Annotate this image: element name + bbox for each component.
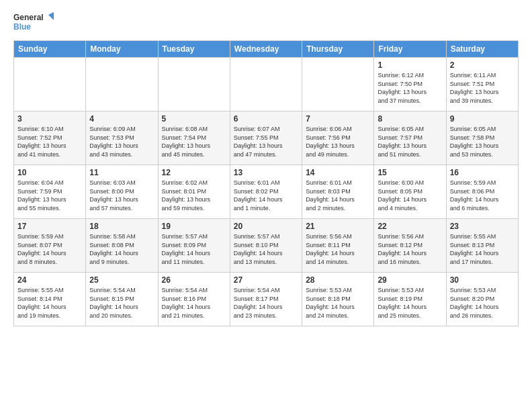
calendar-cell: 29Sunrise: 5:53 AM Sunset: 8:19 PM Dayli… (374, 273, 446, 326)
day-info: Sunrise: 6:12 AM Sunset: 7:50 PM Dayligh… (378, 71, 442, 105)
svg-text:Blue: Blue (13, 22, 31, 32)
calendar-cell: 5Sunrise: 6:08 AM Sunset: 7:54 PM Daylig… (158, 111, 230, 165)
calendar-table: SundayMondayTuesdayWednesdayThursdayFrid… (13, 40, 519, 326)
calendar-week-row: 17Sunrise: 5:59 AM Sunset: 8:07 PM Dayli… (14, 219, 519, 273)
day-number: 19 (162, 222, 226, 231)
day-number: 15 (378, 168, 442, 177)
day-info: Sunrise: 6:01 AM Sunset: 8:02 PM Dayligh… (234, 179, 298, 212)
calendar-cell: 6Sunrise: 6:07 AM Sunset: 7:55 PM Daylig… (230, 111, 302, 165)
calendar-cell (158, 58, 230, 111)
weekday-header-wednesday: Wednesday (230, 41, 302, 58)
calendar-cell: 28Sunrise: 5:53 AM Sunset: 8:18 PM Dayli… (302, 273, 374, 326)
day-info: Sunrise: 6:09 AM Sunset: 7:53 PM Dayligh… (89, 125, 154, 158)
day-info: Sunrise: 5:59 AM Sunset: 8:06 PM Dayligh… (450, 179, 515, 212)
day-info: Sunrise: 6:04 AM Sunset: 7:59 PM Dayligh… (17, 179, 82, 212)
calendar-cell: 15Sunrise: 6:00 AM Sunset: 8:05 PM Dayli… (374, 165, 446, 219)
calendar-cell: 11Sunrise: 6:03 AM Sunset: 8:00 PM Dayli… (86, 165, 158, 219)
day-info: Sunrise: 6:07 AM Sunset: 7:55 PM Dayligh… (234, 125, 298, 158)
calendar-cell (14, 58, 86, 111)
day-number: 3 (17, 114, 82, 124)
calendar-cell: 18Sunrise: 5:58 AM Sunset: 8:08 PM Dayli… (86, 219, 158, 273)
calendar-cell: 12Sunrise: 6:02 AM Sunset: 8:01 PM Dayli… (158, 165, 230, 219)
day-info: Sunrise: 5:56 AM Sunset: 8:11 PM Dayligh… (306, 232, 370, 266)
day-info: Sunrise: 5:55 AM Sunset: 8:13 PM Dayligh… (450, 232, 515, 266)
day-info: Sunrise: 5:53 AM Sunset: 8:19 PM Dayligh… (378, 286, 442, 320)
calendar-cell: 25Sunrise: 5:54 AM Sunset: 8:15 PM Dayli… (86, 273, 158, 326)
day-info: Sunrise: 5:54 AM Sunset: 8:15 PM Dayligh… (89, 286, 154, 320)
day-number: 21 (306, 222, 370, 231)
day-number: 7 (306, 114, 370, 124)
weekday-header-row: SundayMondayTuesdayWednesdayThursdayFrid… (14, 41, 519, 58)
day-number: 25 (89, 275, 154, 285)
calendar-cell: 26Sunrise: 5:54 AM Sunset: 8:16 PM Dayli… (158, 273, 230, 326)
calendar-cell: 24Sunrise: 5:55 AM Sunset: 8:14 PM Dayli… (14, 273, 86, 326)
day-number: 29 (378, 275, 442, 285)
day-info: Sunrise: 6:05 AM Sunset: 7:58 PM Dayligh… (450, 125, 515, 158)
calendar-cell: 17Sunrise: 5:59 AM Sunset: 8:07 PM Dayli… (14, 219, 86, 273)
day-info: Sunrise: 5:56 AM Sunset: 8:12 PM Dayligh… (378, 232, 442, 266)
weekday-header-tuesday: Tuesday (158, 41, 230, 58)
day-number: 10 (17, 168, 82, 177)
day-number: 12 (162, 168, 226, 177)
day-info: Sunrise: 6:06 AM Sunset: 7:56 PM Dayligh… (306, 125, 370, 158)
day-number: 28 (306, 275, 370, 285)
day-number: 9 (450, 114, 515, 124)
day-number: 11 (89, 168, 154, 177)
calendar-cell: 20Sunrise: 5:57 AM Sunset: 8:10 PM Dayli… (230, 219, 302, 273)
day-number: 22 (378, 222, 442, 231)
calendar-cell: 2Sunrise: 6:11 AM Sunset: 7:51 PM Daylig… (446, 58, 518, 111)
calendar-cell: 23Sunrise: 5:55 AM Sunset: 8:13 PM Dayli… (446, 219, 518, 273)
day-number: 24 (17, 275, 82, 285)
calendar-week-row: 3Sunrise: 6:10 AM Sunset: 7:52 PM Daylig… (14, 111, 519, 165)
calendar-cell: 4Sunrise: 6:09 AM Sunset: 7:53 PM Daylig… (86, 111, 158, 165)
calendar-cell: 13Sunrise: 6:01 AM Sunset: 8:02 PM Dayli… (230, 165, 302, 219)
day-number: 5 (162, 114, 226, 124)
calendar-cell: 1Sunrise: 6:12 AM Sunset: 7:50 PM Daylig… (374, 58, 446, 111)
calendar-cell: 22Sunrise: 5:56 AM Sunset: 8:12 PM Dayli… (374, 219, 446, 273)
day-number: 4 (89, 114, 154, 124)
logo-svg: General Blue (13, 11, 54, 35)
weekday-header-saturday: Saturday (446, 41, 518, 58)
day-info: Sunrise: 6:00 AM Sunset: 8:05 PM Dayligh… (378, 179, 442, 212)
calendar-cell: 8Sunrise: 6:05 AM Sunset: 7:57 PM Daylig… (374, 111, 446, 165)
day-info: Sunrise: 5:58 AM Sunset: 8:08 PM Dayligh… (89, 232, 154, 266)
calendar-cell: 3Sunrise: 6:10 AM Sunset: 7:52 PM Daylig… (14, 111, 86, 165)
calendar-cell: 7Sunrise: 6:06 AM Sunset: 7:56 PM Daylig… (302, 111, 374, 165)
day-info: Sunrise: 5:55 AM Sunset: 8:14 PM Dayligh… (17, 286, 82, 320)
header: General Blue (13, 11, 519, 35)
day-info: Sunrise: 6:03 AM Sunset: 8:00 PM Dayligh… (89, 179, 154, 212)
calendar-cell: 16Sunrise: 5:59 AM Sunset: 8:06 PM Dayli… (446, 165, 518, 219)
weekday-header-monday: Monday (86, 41, 158, 58)
weekday-header-friday: Friday (374, 41, 446, 58)
day-number: 16 (450, 168, 515, 177)
weekday-header-sunday: Sunday (14, 41, 86, 58)
calendar-cell: 10Sunrise: 6:04 AM Sunset: 7:59 PM Dayli… (14, 165, 86, 219)
day-number: 23 (450, 222, 515, 231)
logo: General Blue (13, 11, 54, 35)
calendar-cell: 14Sunrise: 6:01 AM Sunset: 8:03 PM Dayli… (302, 165, 374, 219)
day-number: 2 (450, 60, 515, 70)
day-info: Sunrise: 5:53 AM Sunset: 8:20 PM Dayligh… (450, 286, 515, 320)
day-number: 27 (234, 275, 298, 285)
calendar-cell (86, 58, 158, 111)
svg-text:General: General (13, 13, 44, 22)
calendar-week-row: 10Sunrise: 6:04 AM Sunset: 7:59 PM Dayli… (14, 165, 519, 219)
calendar-cell (230, 58, 302, 111)
day-number: 17 (17, 222, 82, 231)
calendar-cell: 30Sunrise: 5:53 AM Sunset: 8:20 PM Dayli… (446, 273, 518, 326)
day-info: Sunrise: 5:54 AM Sunset: 8:17 PM Dayligh… (234, 286, 298, 320)
day-number: 6 (234, 114, 298, 124)
day-info: Sunrise: 5:54 AM Sunset: 8:16 PM Dayligh… (162, 286, 226, 320)
calendar-cell: 19Sunrise: 5:57 AM Sunset: 8:09 PM Dayli… (158, 219, 230, 273)
day-info: Sunrise: 5:57 AM Sunset: 8:09 PM Dayligh… (162, 232, 226, 266)
day-number: 30 (450, 275, 515, 285)
calendar-cell: 27Sunrise: 5:54 AM Sunset: 8:17 PM Dayli… (230, 273, 302, 326)
day-info: Sunrise: 6:01 AM Sunset: 8:03 PM Dayligh… (306, 179, 370, 212)
day-number: 8 (378, 114, 442, 124)
day-info: Sunrise: 6:10 AM Sunset: 7:52 PM Dayligh… (17, 125, 82, 158)
day-number: 13 (234, 168, 298, 177)
day-info: Sunrise: 6:08 AM Sunset: 7:54 PM Dayligh… (162, 125, 226, 158)
day-number: 14 (306, 168, 370, 177)
day-info: Sunrise: 6:05 AM Sunset: 7:57 PM Dayligh… (378, 125, 442, 158)
calendar-week-row: 24Sunrise: 5:55 AM Sunset: 8:14 PM Dayli… (14, 273, 519, 326)
